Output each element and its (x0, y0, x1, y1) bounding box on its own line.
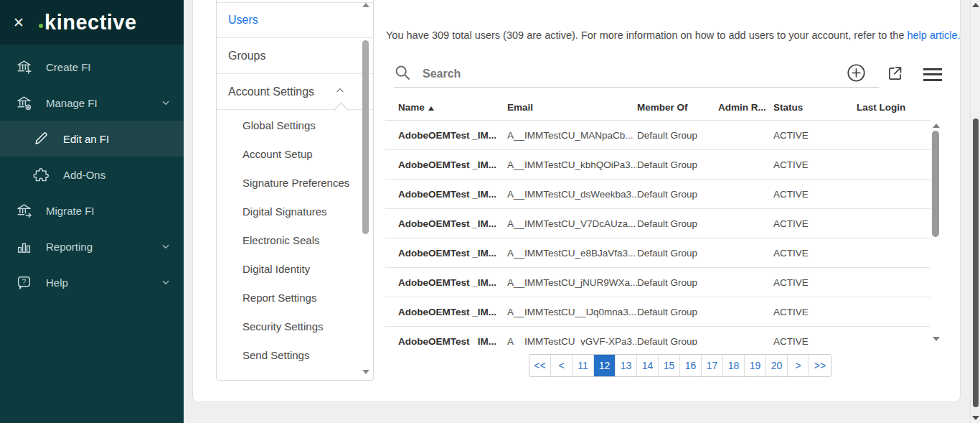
scroll-up-icon[interactable] (362, 3, 369, 7)
cell-member-of: Default Group (637, 159, 718, 170)
sidebar-item-help[interactable]: ? Help (0, 264, 184, 300)
nav-item-account-settings[interactable]: Account Settings (217, 74, 373, 110)
search-field[interactable] (394, 60, 879, 88)
nav-item-groups[interactable]: Groups (217, 38, 373, 74)
table-row[interactable]: AdobeOEMTest _IM...A__IMMTestCU_dsWeekba… (385, 180, 930, 209)
scroll-down-icon[interactable] (362, 370, 369, 374)
scroll-up-icon[interactable] (972, 3, 979, 7)
column-header-name[interactable]: Name (398, 102, 507, 113)
page-17-button[interactable]: 17 (702, 355, 723, 376)
table-row[interactable]: AdobeOEMTest _IM...A__IMMTestCU_e8BJaVfa… (385, 238, 930, 268)
first-page-button[interactable]: << (529, 355, 551, 376)
subnav-item-account-setup[interactable]: Account Setup (217, 140, 373, 169)
prev-page-button[interactable]: < (551, 355, 573, 376)
page-19-button[interactable]: 19 (745, 355, 766, 376)
cell-email: A__IMMTestCU_kbhQOiPa3... (507, 159, 637, 170)
cell-email: A__IMMTestCU_yGVF-XPa3... (507, 336, 637, 346)
sidebar-item-edit-an-fi[interactable]: Edit an FI (0, 121, 184, 157)
scroll-up-icon[interactable] (933, 124, 940, 128)
table-row[interactable]: AdobeOEMTest _IM...A__IMMTestCU__IJq0mna… (385, 297, 930, 327)
column-header-last-login[interactable]: Last Login (857, 102, 930, 113)
window-scrollbar-thumb[interactable] (973, 118, 979, 407)
last-page-button[interactable]: >> (809, 355, 831, 376)
column-header-status[interactable]: Status (773, 102, 857, 113)
page-12-button[interactable]: 12 (594, 355, 616, 376)
close-icon[interactable]: ✕ (13, 16, 32, 29)
pagination: <<<11121314151617181920>>> (529, 354, 831, 377)
subnav-item-signature-preferences[interactable]: Signature Preferences (217, 169, 373, 197)
table-row[interactable]: AdobeOEMTest _IM...A__IMMTestCU_jNUR9WXa… (385, 268, 930, 297)
table-scrollbar-thumb[interactable] (932, 131, 939, 237)
sidebar-item-label: Reporting (46, 241, 159, 253)
sidebar-item-label: Add-Ons (63, 169, 172, 181)
cell-status: ACTIVE (773, 307, 857, 317)
bar-chart-icon (14, 237, 33, 256)
column-header-admin-roles[interactable]: Admin R... (718, 102, 773, 113)
sidebar-item-migrate-fi[interactable]: Migrate FI (0, 192, 184, 228)
page-15-button[interactable]: 15 (659, 355, 680, 376)
sidebar-item-add-ons[interactable]: Add-Ons (0, 157, 184, 192)
column-header-member-of[interactable]: Member Of (637, 102, 718, 113)
subnav-item-global-settings[interactable]: Global Settings (217, 111, 373, 140)
next-page-button[interactable]: > (788, 355, 809, 376)
nav-item-users[interactable]: Users (217, 2, 373, 38)
help-article-link[interactable]: help article. (907, 29, 960, 41)
search-input[interactable] (423, 68, 879, 80)
cell-name: AdobeOEMTest _IM... (398, 248, 507, 259)
table-row[interactable]: AdobeOEMTest _IM...A__IMMTestCU_MANpaCb.… (385, 121, 930, 150)
content-card: Users Groups Account Settings Global Set… (192, 0, 961, 402)
table-scrollbar[interactable] (930, 122, 941, 343)
column-header-email[interactable]: Email (507, 102, 637, 113)
window-scrollbar[interactable] (970, 0, 980, 423)
chevron-down-icon (159, 96, 172, 109)
sidebar-nav: Create FI Manage FI Edit an FI (0, 45, 184, 300)
page-18-button[interactable]: 18 (723, 355, 745, 376)
search-icon (394, 64, 411, 84)
page-20-button[interactable]: 20 (766, 355, 788, 376)
chevron-down-icon (159, 276, 172, 289)
cell-status: ACTIVE (773, 248, 857, 259)
page-11-button[interactable]: 11 (573, 355, 594, 376)
kinective-logo: kinective (39, 11, 137, 34)
cell-email: A__IMMTestCU_jNUR9WXa... (507, 277, 637, 288)
table-row[interactable]: AdobeOEMTest _IM...A__IMMTestCU_kbhQOiPa… (385, 150, 930, 180)
users-table-body: AdobeOEMTest _IM...A__IMMTestCU_MANpaCb.… (385, 121, 930, 345)
cell-member-of: Default Group (637, 336, 718, 346)
export-icon[interactable] (885, 64, 904, 85)
subnav-item-report-settings[interactable]: Report Settings (217, 284, 373, 312)
table-row[interactable]: AdobeOEMTest _IM...A__IMMTestCU_yGVF-XPa… (385, 327, 930, 345)
sort-asc-icon (428, 106, 434, 111)
page-14-button[interactable]: 14 (637, 355, 659, 376)
cell-name: AdobeOEMTest _IM... (398, 336, 507, 346)
sidebar-item-manage-fi[interactable]: Manage FI (0, 85, 184, 121)
cell-name: AdobeOEMTest _IM... (398, 189, 507, 200)
cell-status: ACTIVE (773, 130, 857, 141)
page-16-button[interactable]: 16 (680, 355, 702, 376)
cell-member-of: Default Group (637, 277, 718, 288)
menu-icon[interactable] (923, 65, 942, 84)
users-summary: You have 309 total users (309 are active… (386, 29, 961, 41)
summary-text: You have 309 total users (309 are active… (386, 29, 907, 41)
logo-dot (39, 24, 43, 28)
scroll-down-icon[interactable] (933, 337, 940, 341)
sidebar-item-create-fi[interactable]: Create FI (0, 49, 184, 85)
table-row[interactable]: AdobeOEMTest _IM...A__IMMTestCU_V7DcAUza… (385, 209, 930, 238)
account-settings-subnav: Global SettingsAccount SetupSignature Pr… (217, 110, 373, 370)
panel-scrollbar[interactable] (362, 3, 369, 376)
page-13-button[interactable]: 13 (616, 355, 637, 376)
subnav-item-digital-identity[interactable]: Digital Identity (217, 255, 373, 284)
scroll-down-icon[interactable] (972, 416, 979, 420)
cell-status: ACTIVE (773, 218, 857, 229)
subnav-item-security-settings[interactable]: Security Settings (217, 312, 373, 341)
cell-status: ACTIVE (773, 277, 857, 288)
cell-name: AdobeOEMTest _IM... (398, 159, 507, 170)
sidebar-item-reporting[interactable]: Reporting (0, 228, 184, 264)
chevron-up-icon (334, 85, 346, 99)
subnav-item-electronic-seals[interactable]: Electronic Seals (217, 226, 373, 255)
subnav-item-digital-signatures[interactable]: Digital Signatures (217, 197, 373, 226)
nav-item-label: Users (228, 14, 258, 27)
sidebar-item-label: Help (46, 276, 159, 289)
panel-scrollbar-thumb[interactable] (362, 40, 369, 234)
add-user-icon[interactable] (847, 63, 866, 85)
subnav-item-send-settings[interactable]: Send Settings (217, 341, 373, 370)
